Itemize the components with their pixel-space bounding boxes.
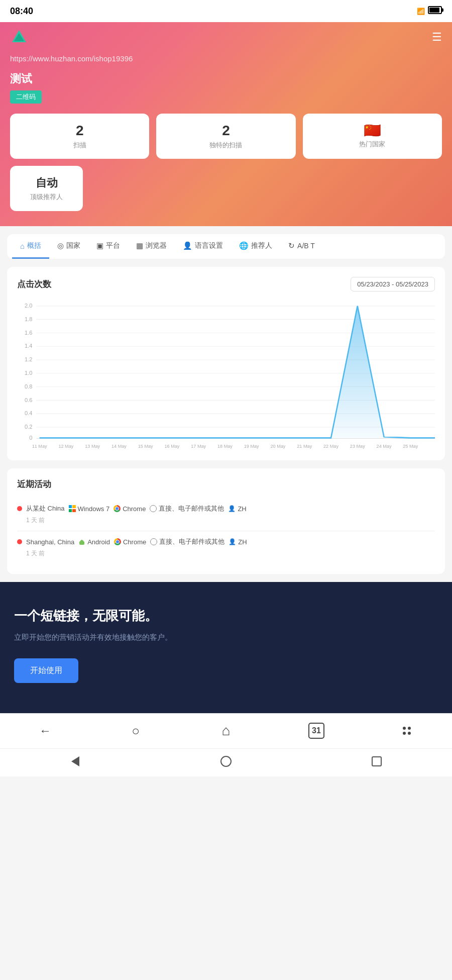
dots-icon [403, 727, 411, 735]
svg-text:1.2: 1.2 [25, 356, 33, 362]
start-button[interactable]: 开始使用 [14, 658, 78, 683]
bottom-nav: ← ○ ⌂ 31 [0, 713, 452, 748]
status-time: 08:40 [10, 6, 33, 17]
tab-browser-icon: ▦ [136, 241, 143, 250]
windows-icon-1 [69, 505, 76, 512]
browser-tag-2: Chrome [114, 538, 146, 546]
signal-icon: 📶 [417, 8, 425, 15]
search-icon: ○ [132, 723, 140, 739]
tab-overview-icon: ⌂ [20, 242, 25, 250]
scan-label: 扫描 [73, 141, 86, 150]
tab-referrer[interactable]: 🌐 推荐人 [231, 234, 280, 259]
tab-language[interactable]: 👤 语言设置 [175, 234, 231, 259]
android-recent-button[interactable] [367, 751, 387, 771]
menu-icon[interactable]: ☰ [432, 31, 442, 44]
browser-text-2: Chrome [123, 538, 146, 546]
date-range-button[interactable]: 05/23/2023 - 05/25/2023 [351, 277, 435, 291]
user-icon-1: 👤 [228, 505, 236, 512]
svg-text:11 May: 11 May [32, 443, 47, 448]
chrome-icon-2 [114, 538, 121, 545]
tab-platform-label: 平台 [106, 241, 120, 250]
scan-value: 2 [76, 123, 84, 139]
tab-overview[interactable]: ⌂ 概括 [12, 234, 49, 259]
tab-ab[interactable]: ↻ A/B T [280, 234, 323, 259]
qr-badge[interactable]: 二维码 [10, 90, 42, 104]
activity-dot-1 [17, 506, 22, 511]
back-triangle-icon [71, 756, 79, 766]
svg-text:19 May: 19 May [244, 443, 259, 448]
android-icon-2 [78, 538, 85, 545]
tab-country[interactable]: ◎ 国家 [49, 234, 88, 259]
svg-text:1.0: 1.0 [25, 370, 33, 376]
chart-area: 2.0 1.8 1.6 1.4 1.2 1.0 0.8 0.6 0.4 0.2 … [17, 300, 435, 450]
tab-browser[interactable]: ▦ 浏览器 [128, 234, 175, 259]
stat-card-unique: 2 独特的扫描 [156, 114, 295, 159]
tab-language-label: 语言设置 [195, 241, 223, 250]
stats-row: 2 扫描 2 独特的扫描 🇨🇳 热门国家 [0, 114, 452, 166]
chrome-icon-1 [114, 505, 121, 512]
location-tag-2: Shanghai, China [26, 538, 74, 546]
tab-country-icon: ◎ [57, 241, 64, 250]
svg-text:16 May: 16 May [164, 443, 179, 448]
os-text-2: Android [87, 538, 110, 546]
activity-item-2: Shanghai, China Android Chrome 直接、电子邮件或其… [17, 531, 435, 564]
nav-calendar-button[interactable]: 31 [304, 719, 328, 743]
status-bar: 08:40 📶 [0, 0, 452, 22]
home-circle-icon [220, 756, 232, 767]
tab-country-label: 国家 [66, 241, 80, 250]
os-tag-1: Windows 7 [69, 505, 110, 513]
footer-title: 一个短链接，无限可能。 [14, 607, 438, 625]
tab-ab-label: A/B T [297, 242, 315, 250]
url-text: https://www.huzhan.com/ishop19396 [10, 54, 133, 63]
nav-home-button[interactable]: ⌂ [214, 719, 238, 743]
activity-title: 近期活动 [17, 478, 435, 490]
svg-text:0.6: 0.6 [25, 397, 33, 403]
tab-platform[interactable]: ▣ 平台 [88, 234, 128, 259]
svg-text:22 May: 22 May [323, 443, 338, 448]
android-back-button[interactable] [65, 751, 85, 771]
referrer-value: 自动 [36, 175, 58, 190]
unique-label: 独特的扫描 [209, 141, 242, 150]
source-tag-2: 直接、电子邮件或其他 [150, 537, 224, 546]
nav-search-button[interactable]: ○ [124, 719, 148, 743]
activity-time-1: 1 天 前 [17, 516, 435, 525]
unique-value: 2 [222, 123, 230, 139]
tab-ab-icon: ↻ [288, 241, 295, 250]
home-icon: ⌂ [222, 723, 231, 739]
svg-text:24 May: 24 May [377, 443, 392, 448]
android-home-button[interactable] [216, 751, 236, 771]
tabs-container: ⌂ 概括 ◎ 国家 ▣ 平台 ▦ 浏览器 👤 语言设置 🌐 推荐人 ↻ A/B … [7, 234, 445, 259]
nav-menu-button[interactable] [395, 719, 419, 743]
svg-text:15 May: 15 May [138, 443, 153, 448]
footer-subtitle: 立即开始您的营销活动并有效地接触您的客户。 [14, 632, 438, 643]
chart-fill [40, 306, 435, 439]
logo-icon [10, 28, 28, 46]
status-icons: 📶 [417, 6, 442, 16]
battery-container [428, 6, 442, 16]
calendar-icon: 31 [308, 723, 324, 739]
chart-title: 点击次数 [17, 278, 51, 290]
source-text-1: 直接、电子邮件或其他 [159, 504, 224, 513]
flag-icon: 🇨🇳 [364, 124, 381, 138]
location-tag-1: 从某处 China [26, 504, 65, 513]
svg-text:23 May: 23 May [350, 443, 365, 448]
recent-square-icon [372, 756, 382, 766]
tab-browser-label: 浏览器 [146, 241, 167, 250]
back-icon: ← [39, 724, 51, 738]
os-tag-2: Android [78, 538, 110, 546]
lang-tag-1: 👤 ZH [228, 505, 246, 513]
activity-dot-2 [17, 539, 22, 544]
source-tag-1: 直接、电子邮件或其他 [150, 504, 224, 513]
svg-point-42 [82, 540, 83, 541]
stat-card-country: 🇨🇳 热门国家 [303, 114, 442, 159]
globe-icon-2 [150, 538, 157, 545]
header-area: ☰ https://www.huzhan.com/ishop19396 测试 二… [0, 22, 452, 226]
activity-card: 近期活动 从某处 China Windows 7 Chrome 直接、电子邮件或… [7, 468, 445, 574]
tab-referrer-icon: 🌐 [239, 241, 249, 250]
svg-text:1.4: 1.4 [25, 343, 33, 349]
tab-overview-label: 概括 [27, 241, 41, 250]
svg-text:17 May: 17 May [191, 443, 206, 448]
svg-text:13 May: 13 May [85, 443, 100, 448]
nav-back-button[interactable]: ← [33, 719, 57, 743]
svg-text:21 May: 21 May [297, 443, 312, 448]
